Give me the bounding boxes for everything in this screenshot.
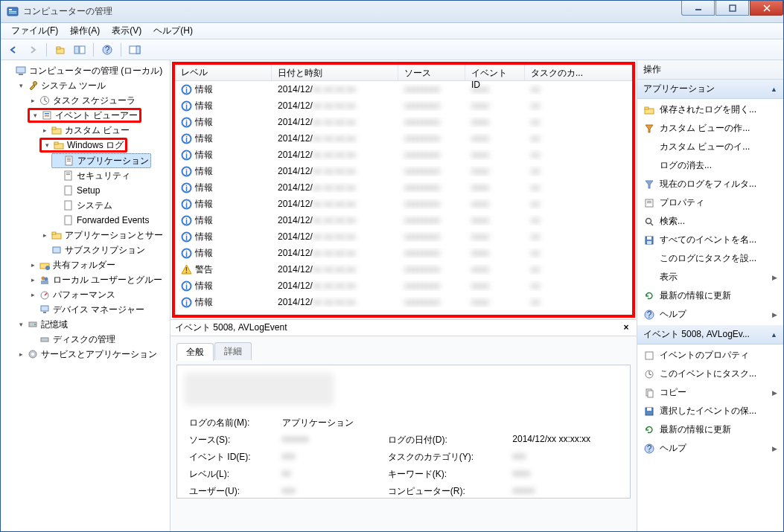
menu-view[interactable]: 表示(V) xyxy=(106,23,147,39)
tree-custom-views[interactable]: ▸カスタム ビュー xyxy=(39,123,168,138)
tree-storage[interactable]: ▾記憶域 xyxy=(16,317,168,332)
tree-disk-mgmt[interactable]: ディスクの管理 xyxy=(28,332,168,347)
event-rows[interactable]: i情報2014/12/xx xx:xx:xxxxxxxxxxxxxxxxi情報2… xyxy=(175,81,632,315)
tree-event-viewer[interactable]: ▾イベント ビューアー xyxy=(28,108,141,123)
close-button[interactable] xyxy=(750,1,783,16)
tree-shared-folders[interactable]: ▸共有フォルダー xyxy=(28,257,168,272)
minimize-button[interactable] xyxy=(681,1,715,16)
svg-rect-3 xyxy=(9,13,16,13)
action-help[interactable]: ?ヘルプ▶ xyxy=(637,305,783,324)
svg-text:!: ! xyxy=(185,266,188,275)
tree-performance[interactable]: ▸パフォーマンス xyxy=(28,287,168,302)
tree-setup-log[interactable]: Setup xyxy=(51,183,168,198)
log-icon xyxy=(63,199,74,211)
copy-icon xyxy=(643,387,655,399)
actions-section-event[interactable]: イベント 5008, AVLogEv...▲ xyxy=(637,325,783,344)
action-save-all[interactable]: すべてのイベントを名... xyxy=(637,231,783,249)
filter-icon xyxy=(643,123,655,135)
tree-device-manager[interactable]: デバイス マネージャー xyxy=(28,302,168,317)
event-row[interactable]: i情報2014/12/xx xx:xx:xxxxxxxxxxxxxxxx xyxy=(175,212,632,228)
action-refresh-2[interactable]: 最新の情報に更新 xyxy=(637,420,783,439)
svg-rect-7 xyxy=(57,47,60,49)
svg-point-47 xyxy=(34,324,36,325)
tree-task-scheduler[interactable]: ▸タスク スケジューラ xyxy=(28,93,168,108)
svg-point-41 xyxy=(45,278,48,281)
action-search[interactable]: 検索... xyxy=(637,212,783,231)
menu-help[interactable]: ヘルプ(H) xyxy=(147,23,199,39)
action-copy[interactable]: コピー▶ xyxy=(637,383,783,402)
event-row[interactable]: i情報2014/12/xx xx:xx:xxxxxxxxxxxxxxxx xyxy=(175,278,632,294)
svg-rect-80 xyxy=(645,107,648,109)
event-row[interactable]: i情報2014/12/xx xx:xx:xxxxxxxxxxxxxxxx xyxy=(175,228,632,245)
event-row[interactable]: i情報2014/12/xx xx:xx:xxxxxxxxxxxxxxxx xyxy=(175,130,632,147)
actions-section-app[interactable]: アプリケーション▲ xyxy=(637,80,783,99)
action-view[interactable]: 表示▶ xyxy=(637,268,783,286)
svg-rect-19 xyxy=(45,113,49,115)
tab-general[interactable]: 全般 xyxy=(176,343,214,361)
cell-category: xx xyxy=(525,150,632,160)
col-level[interactable]: レベル xyxy=(175,65,272,80)
cell-event-id: xxxx xyxy=(465,84,525,94)
tree-security-log[interactable]: セキュリティ xyxy=(51,168,168,183)
col-source[interactable]: ソース xyxy=(398,65,465,80)
action-refresh[interactable]: 最新の情報に更新 xyxy=(637,286,783,305)
action-filter-current[interactable]: 現在のログをフィルタ... xyxy=(637,175,783,193)
svg-rect-22 xyxy=(52,127,56,129)
tab-details[interactable]: 詳細 xyxy=(214,342,252,360)
menu-action[interactable]: 操作(A) xyxy=(64,23,106,39)
cell-source: xxxxxxxx xyxy=(398,199,465,209)
help-button[interactable]: ? xyxy=(99,42,115,58)
detail-description-blurred xyxy=(185,373,334,406)
back-button[interactable] xyxy=(5,42,22,58)
action-clear-log[interactable]: ログの消去... xyxy=(637,156,783,175)
event-row[interactable]: !警告2014/12/xx xx:xx:xxxxxxxxxxxxxxxx xyxy=(175,261,632,278)
action-attach-task[interactable]: このログにタスクを設... xyxy=(637,249,783,268)
event-row[interactable]: i情報2014/12/xx xx:xx:xxxxxxxxxxxxxxxx xyxy=(175,179,632,196)
col-category[interactable]: タスクのカ... xyxy=(525,65,632,80)
cell-category: xx xyxy=(525,199,632,209)
tree-local-users[interactable]: ▸ローカル ユーザーとグルー xyxy=(28,272,168,287)
tree-root[interactable]: コンピューターの管理 (ローカル) xyxy=(4,63,168,78)
cell-source: xxxxxxxx xyxy=(398,84,465,94)
tree-application-log[interactable]: アプリケーション xyxy=(51,153,151,168)
cell-category: xx xyxy=(525,133,632,144)
svg-rect-95 xyxy=(647,408,651,411)
event-row[interactable]: i情報2014/12/xx xx:xx:xxxxxxxxxxxxxxxx xyxy=(175,294,632,310)
col-event-id[interactable]: イベント ID xyxy=(465,65,525,80)
menu-file[interactable]: ファイル(F) xyxy=(5,23,64,39)
event-row[interactable]: i情報2014/12/xx xx:xx:xxxxxxxxxxxxxxxx xyxy=(175,97,632,114)
action-save-selected[interactable]: 選択したイベントの保... xyxy=(637,402,783,420)
event-row[interactable]: i情報2014/12/xx xx:xx:xxxxxxxxxxxxxxxx xyxy=(175,163,632,179)
tree-subscriptions[interactable]: サブスクリプション xyxy=(39,243,168,257)
up-button[interactable] xyxy=(52,42,68,58)
event-row[interactable]: i情報2014/12/xx xx:xx:xxxxxxxxxxxxxxxx xyxy=(175,196,632,212)
tree-system-log[interactable]: システム xyxy=(51,198,168,213)
tree-apps-services-logs[interactable]: ▸アプリケーションとサー xyxy=(39,228,168,243)
action-open-saved-log[interactable]: 保存されたログを開く... xyxy=(637,100,783,119)
cell-level: i情報 xyxy=(175,83,272,96)
show-hide-actions-button[interactable] xyxy=(127,42,143,58)
event-row[interactable]: i情報2014/12/xx xx:xx:xxxxxxxxxxxxxxxx xyxy=(175,114,632,130)
action-attach-task-event[interactable]: このイベントにタスク... xyxy=(637,365,783,383)
action-properties[interactable]: プロパティ xyxy=(637,193,783,212)
col-date[interactable]: 日付と時刻 xyxy=(272,65,398,80)
tree-windows-logs[interactable]: ▾Windows ログ xyxy=(39,138,127,153)
clock-icon xyxy=(39,94,51,106)
event-row[interactable]: i情報2014/12/xx xx:xx:xxxxxxxxxxxxxxxx xyxy=(175,147,632,163)
action-event-properties[interactable]: イベントのプロパティ xyxy=(637,346,783,365)
tree-forwarded-log[interactable]: Forwarded Events xyxy=(51,213,168,228)
event-row[interactable]: i情報2014/12/xx xx:xx:xxxxxxxxxxxxxxxx xyxy=(175,245,632,261)
action-help-2[interactable]: ?ヘルプ▶ xyxy=(637,439,783,458)
forward-button[interactable] xyxy=(25,42,41,58)
tree-system-tools[interactable]: ▾システム ツール xyxy=(16,78,168,93)
event-row[interactable]: i情報2014/12/xx xx:xx:xxxxxxxxxxxxxxxx xyxy=(175,81,632,97)
collapse-icon[interactable]: ▲ xyxy=(771,331,777,339)
maximize-button[interactable] xyxy=(716,1,749,16)
detail-close-button[interactable]: × xyxy=(620,322,632,334)
collapse-icon[interactable]: ▲ xyxy=(771,86,777,93)
action-create-custom-view[interactable]: カスタム ビューの作... xyxy=(637,119,783,138)
tree-services-apps[interactable]: ▸サービスとアプリケーション xyxy=(16,347,168,362)
show-hide-tree-button[interactable] xyxy=(71,42,88,58)
action-import-custom-view[interactable]: カスタム ビューのイ... xyxy=(637,138,783,156)
svg-point-84 xyxy=(646,218,651,223)
